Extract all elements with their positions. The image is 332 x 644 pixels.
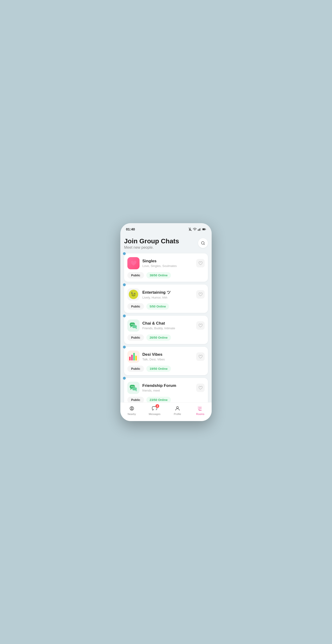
friendship-chat-icon: [129, 383, 138, 392]
page-subtitle: Meet new people.: [124, 246, 179, 250]
card-top: Singles Love, Singles, Soulmates: [127, 257, 205, 269]
heart-outline-icon: [198, 261, 202, 265]
badge-online: 38/50 Online: [146, 272, 171, 278]
svg-rect-4: [201, 228, 201, 231]
favorite-button-desi[interactable]: [196, 352, 205, 361]
card-indicator: [123, 314, 126, 317]
favorite-button-entertaining[interactable]: [196, 290, 205, 298]
card-info: Chai & Chat Friends, Buddy, Intimate: [142, 321, 194, 330]
group-card-desi[interactable]: Desi Vibes Talk, Desi, Vibes Public 19/5…: [124, 347, 208, 375]
nav-label-nearby: Nearby: [128, 413, 136, 416]
group-name: Desi Vibes: [142, 352, 194, 357]
card-info: Desi Vibes Talk, Desi, Vibes: [142, 352, 194, 361]
card-badges: Public 38/50 Online: [127, 272, 205, 278]
group-icon-entertaining: [127, 288, 140, 300]
svg-rect-7: [203, 228, 205, 230]
group-name: Chai & Chat: [142, 321, 194, 326]
nav-item-messages[interactable]: 2 Messages: [143, 405, 166, 416]
badge-online: 26/50 Online: [146, 334, 171, 341]
nav-item-rooms[interactable]: Rooms: [189, 405, 212, 416]
battery-icon: [202, 228, 206, 231]
svg-point-12: [134, 293, 136, 294]
messages-icon-wrap: 2: [151, 405, 158, 412]
svg-rect-6: [206, 229, 206, 230]
badge-public: Public: [127, 303, 144, 310]
group-icon-desi: [127, 350, 140, 363]
svg-point-35: [131, 407, 132, 409]
group-icon-singles: [127, 257, 140, 269]
card-top: Desi Vibes Talk, Desi, Vibes: [127, 350, 205, 363]
group-name: Entertaining ツ: [142, 290, 194, 295]
group-card-chai[interactable]: Chai & Chat Friends, Buddy, Intimate Pub…: [124, 316, 208, 344]
nav-label-profile: Profile: [174, 413, 181, 416]
profile-icon-wrap: [174, 405, 181, 412]
group-tags: Talk, Desi, Vibes: [142, 358, 194, 361]
mute-icon: [188, 228, 192, 231]
svg-point-26: [131, 386, 132, 387]
group-tags: Friends, Buddy, Intimate: [142, 326, 194, 330]
svg-rect-23: [135, 356, 137, 360]
group-tags: Love, Singles, Soulmates: [142, 264, 194, 268]
group-name: Singles: [142, 259, 194, 264]
chat-bubbles-icon: [129, 321, 138, 330]
search-button[interactable]: [198, 238, 208, 248]
nav-item-nearby[interactable]: Nearby: [120, 405, 143, 416]
svg-rect-2: [199, 229, 199, 231]
group-tags: friends, meet: [142, 389, 194, 392]
group-card-entertaining[interactable]: Entertaining ツ Lively, Humor, hhh Public…: [124, 284, 208, 313]
bar-chart-icon: [129, 352, 138, 361]
svg-rect-21: [131, 355, 132, 360]
bottom-navigation: Nearby 2 Messages: [120, 402, 212, 421]
group-icon-friendship: [127, 382, 140, 394]
page-header: Join Group Chats Meet new people.: [124, 234, 208, 254]
card-badges: Public 5/50 Online: [127, 303, 205, 310]
card-indicator: [123, 346, 126, 348]
card-indicator: [123, 252, 126, 255]
wifi-icon: [193, 228, 197, 231]
favorite-button-friendship[interactable]: [196, 384, 205, 392]
svg-point-11: [132, 293, 133, 294]
svg-point-19: [134, 324, 134, 325]
badge-public: Public: [127, 366, 144, 372]
favorite-button-singles[interactable]: [196, 259, 205, 268]
badge-online: 19/50 Online: [146, 366, 171, 372]
card-top: Friendship Forum friends, meet: [127, 382, 205, 394]
svg-point-13: [132, 293, 132, 294]
svg-point-27: [132, 386, 133, 387]
svg-rect-16: [132, 325, 137, 328]
card-indicator: [123, 283, 126, 286]
card-badges: Public 26/50 Online: [127, 334, 205, 341]
group-card-singles[interactable]: Singles Love, Singles, Soulmates Public …: [124, 254, 208, 282]
svg-point-39: [199, 408, 199, 408]
group-name: Friendship Forum: [142, 383, 194, 388]
heart-icon-filled: [130, 260, 137, 267]
card-top: Chai & Chat Friends, Buddy, Intimate: [127, 320, 205, 332]
svg-rect-20: [129, 357, 131, 360]
svg-point-37: [176, 406, 178, 408]
status-time: 01:40: [126, 227, 135, 231]
svg-point-14: [135, 293, 135, 294]
messages-badge: 2: [156, 404, 159, 408]
card-top: Entertaining ツ Lively, Humor, hhh: [127, 288, 205, 300]
svg-rect-25: [132, 388, 137, 390]
svg-point-41: [201, 408, 201, 408]
nearby-icon: [129, 406, 135, 411]
svg-point-40: [200, 408, 200, 408]
favorite-button-chai[interactable]: [196, 321, 205, 330]
emoji-icon: [128, 289, 138, 300]
svg-point-28: [134, 386, 134, 387]
header-text: Join Group Chats Meet new people.: [124, 237, 179, 250]
card-info: Entertaining ツ Lively, Humor, hhh: [142, 290, 194, 299]
group-tags: Lively, Humor, hhh: [142, 296, 194, 299]
rooms-icon: [197, 406, 203, 411]
heart-outline-icon: [198, 292, 202, 296]
nearby-icon-wrap: [128, 405, 135, 412]
rooms-icon-wrap: [197, 405, 204, 412]
page-title: Join Group Chats: [124, 237, 179, 245]
nav-item-profile[interactable]: Profile: [166, 405, 189, 416]
card-info: Singles Love, Singles, Soulmates: [142, 259, 194, 268]
svg-rect-1: [198, 230, 198, 231]
status-icons: [188, 228, 206, 231]
svg-rect-22: [133, 353, 135, 360]
svg-point-0: [194, 230, 195, 230]
